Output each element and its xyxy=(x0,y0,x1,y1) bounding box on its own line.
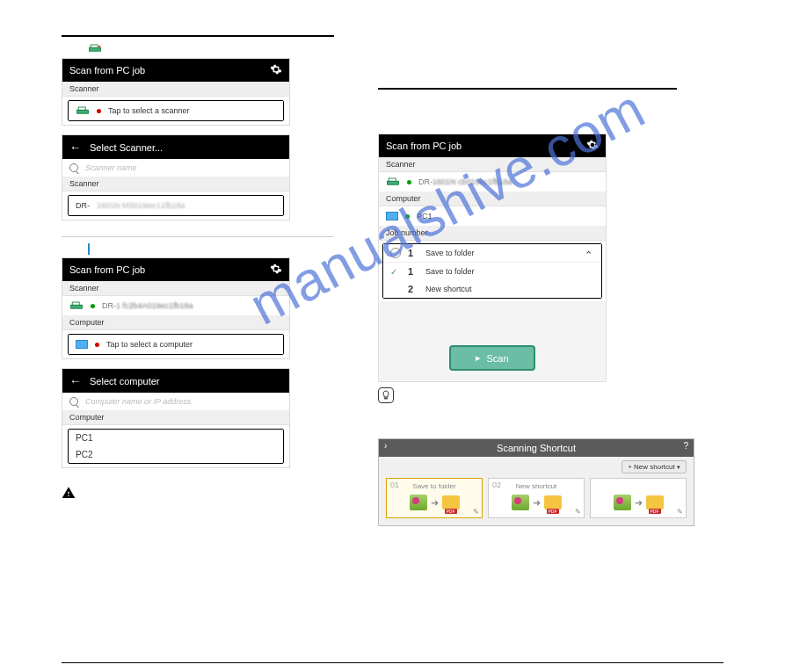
hint-icon xyxy=(378,387,394,403)
job-row-selected[interactable]: 1 Save to folder ⌃ xyxy=(383,244,601,263)
scanner-search-input[interactable]: Scanner name xyxy=(62,159,289,177)
warning-icon xyxy=(62,486,76,500)
job-row[interactable]: 2 New shortcut xyxy=(383,280,601,298)
job-row[interactable]: ✓ 1 Save to folder xyxy=(383,263,601,280)
select-scanner-title: Select Scanner... xyxy=(90,142,163,153)
status-dot-red xyxy=(97,109,101,113)
chevron-icon[interactable]: › xyxy=(384,441,387,451)
scanner-section-label: Scanner xyxy=(62,281,289,296)
scanner-row[interactable]: DR-1601N cb019ec1fb18a xyxy=(379,172,606,191)
edit-icon[interactable]: ✎ xyxy=(473,508,479,516)
search-placeholder: Scanner name xyxy=(85,163,137,172)
scanner-section-label: Scanner xyxy=(62,82,289,97)
edit-icon[interactable]: ✎ xyxy=(575,508,581,516)
panel-title: Scan from PC job xyxy=(69,264,145,275)
back-icon[interactable]: ← xyxy=(69,141,81,154)
computer-icon xyxy=(88,243,90,255)
computer-list-item[interactable]: PC1 xyxy=(69,430,283,446)
scan-panel-select-computer: Scan from PC job Scanner DR-1 fc2b4A019e… xyxy=(62,257,290,359)
computer-icon xyxy=(76,340,88,349)
scan-play-icon: ▸ xyxy=(476,352,481,364)
tap-computer-text: Tap to select a computer xyxy=(106,340,193,349)
computer-search-input[interactable]: Computer name or IP address xyxy=(62,393,289,410)
select-scanner-panel: ← Select Scanner... Scanner name Scanner… xyxy=(62,134,290,220)
status-dot-red xyxy=(95,343,99,347)
svg-rect-2 xyxy=(98,46,100,47)
help-icon[interactable]: ? xyxy=(683,441,688,451)
gear-icon[interactable] xyxy=(270,263,282,277)
shortcut-card[interactable]: 01 Save to folder ➜ ✎ xyxy=(386,478,483,518)
search-icon xyxy=(69,397,78,406)
shortcut-title: Scanning Shortcut xyxy=(497,443,576,453)
shortcut-card[interactable]: ➜ ✎ xyxy=(590,478,687,518)
computer-list-label: Computer xyxy=(62,410,289,425)
scan-button[interactable]: ▸ Scan xyxy=(449,345,534,371)
svg-rect-0 xyxy=(90,47,101,51)
computer-icon xyxy=(386,212,398,220)
svg-rect-8 xyxy=(389,178,396,181)
edit-icon[interactable]: ✎ xyxy=(677,508,683,516)
panel-title: Scan from PC job xyxy=(386,141,462,151)
panel-title: Scan from PC job xyxy=(69,65,145,76)
status-dot-green xyxy=(407,180,411,184)
shortcut-card[interactable]: 02 New shortcut ➜ ✎ xyxy=(488,478,585,518)
computer-row[interactable]: PC1 xyxy=(379,206,606,226)
clock-icon xyxy=(390,248,401,258)
svg-rect-5 xyxy=(71,305,83,308)
status-dot-green xyxy=(91,304,95,308)
new-shortcut-button[interactable]: + New shortcut ▾ xyxy=(621,460,687,473)
search-placeholder: Computer name or IP address xyxy=(85,397,191,406)
job-section-label: Job number xyxy=(379,226,606,241)
scanner-icon xyxy=(62,44,334,58)
scan-panel-select-scanner: Scan from PC job Scanner Tap to select a… xyxy=(62,58,290,126)
scanner-list-label: Scanner xyxy=(62,177,289,191)
select-computer-title: Select computer xyxy=(90,376,159,387)
tap-scanner-text: Tap to select a scanner xyxy=(108,106,190,115)
computer-list-item[interactable]: PC2 xyxy=(69,446,283,463)
computer-section-label: Computer xyxy=(379,191,606,206)
scanner-list-item[interactable]: DR-1601N M3019iec11fb18a xyxy=(69,196,283,215)
scanning-shortcut-window: › Scanning Shortcut ? + New shortcut ▾ 0… xyxy=(378,438,694,526)
scanner-connected-row[interactable]: DR-1 fc2b4A019ec1fb18a xyxy=(62,296,289,315)
select-computer-panel: ← Select computer Computer name or IP ad… xyxy=(62,368,290,468)
svg-rect-6 xyxy=(72,302,79,305)
svg-rect-3 xyxy=(77,110,89,113)
search-icon xyxy=(69,163,78,172)
svg-rect-4 xyxy=(78,107,85,110)
back-icon[interactable]: ← xyxy=(69,374,81,387)
svg-rect-1 xyxy=(91,45,98,47)
select-computer-row[interactable]: Tap to select a computer xyxy=(69,335,283,354)
gear-icon[interactable] xyxy=(270,63,282,77)
check-icon: ✓ xyxy=(390,267,401,277)
computer-section-label: Computer xyxy=(62,315,289,330)
status-dot-green xyxy=(405,214,410,219)
scanner-section-label: Scanner xyxy=(379,157,606,172)
gear-icon[interactable] xyxy=(586,139,599,153)
select-scanner-row[interactable]: Tap to select a scanner xyxy=(69,101,283,120)
chevron-up-icon[interactable]: ⌃ xyxy=(585,249,592,261)
scan-panel-full: Scan from PC job Scanner DR-1601N cb019e… xyxy=(378,134,607,382)
svg-rect-7 xyxy=(388,181,399,184)
